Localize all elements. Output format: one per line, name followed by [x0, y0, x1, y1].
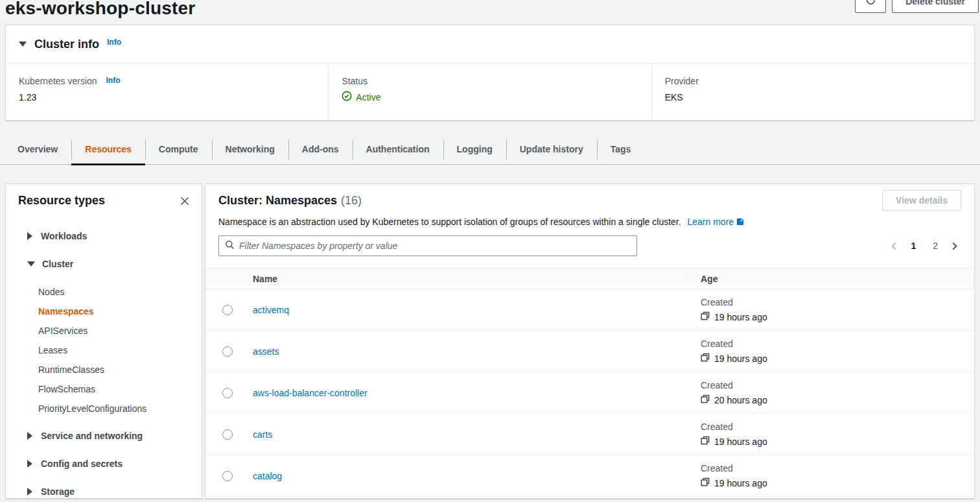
created-label: Created	[701, 463, 974, 473]
delete-cluster-button[interactable]: Delete cluster	[892, 0, 979, 13]
tab-overview[interactable]: Overview	[4, 135, 71, 164]
kubernetes-version-field: Kubernetes version Info 1.23	[6, 64, 328, 121]
status-label: Status	[342, 76, 638, 86]
table-header-row: Name Age	[205, 268, 974, 289]
next-page-icon[interactable]	[950, 241, 959, 251]
tab-networking[interactable]: Networking	[212, 135, 288, 164]
namespace-link[interactable]: activemq	[253, 305, 289, 315]
provider-value: EKS	[665, 92, 961, 102]
close-icon[interactable]	[178, 195, 191, 208]
row-select-radio[interactable]	[222, 346, 233, 357]
age-value: 20 hours ago	[714, 395, 767, 405]
row-select-radio[interactable]	[222, 305, 233, 315]
sidebar-group-storage[interactable]: Storage	[27, 486, 202, 497]
provider-field: Provider EKS	[651, 64, 974, 121]
check-circle-icon	[342, 91, 352, 103]
table-row: assets Created 19 hours ago	[205, 331, 974, 372]
collapse-caret-icon[interactable]	[19, 42, 27, 47]
page-number-2[interactable]: 2	[928, 241, 943, 251]
age-value: 19 hours ago	[714, 353, 767, 364]
sidebar-group-service-and-networking[interactable]: Service and networking	[27, 431, 202, 441]
created-label: Created	[701, 297, 974, 307]
status-field: Status Active	[328, 64, 651, 121]
sidebar-item-flowschemas[interactable]: FlowSchemas	[38, 384, 202, 394]
sidebar-item-runtimeclasses[interactable]: RuntimeClasses	[38, 365, 202, 375]
page-title: eks-workshop-cluster	[5, 0, 975, 19]
copy-icon[interactable]	[701, 436, 710, 447]
copy-icon[interactable]	[701, 394, 710, 405]
sidebar-item-nodes[interactable]: Nodes	[38, 287, 202, 297]
filter-row: 1 2	[218, 235, 961, 256]
filter-namespaces-input[interactable]	[239, 241, 631, 251]
tab-resources[interactable]: Resources	[71, 135, 145, 164]
cluster-info-header[interactable]: Cluster info Info	[6, 25, 974, 64]
copy-icon[interactable]	[701, 311, 710, 322]
table-row: activemq Created 19 hours ago	[205, 289, 974, 331]
cluster-info-title: Cluster info	[34, 38, 99, 51]
previous-page-icon[interactable]	[889, 241, 899, 251]
namespaces-panel: Cluster: Namespaces (16) View details Na…	[205, 184, 975, 499]
created-label: Created	[701, 339, 974, 349]
page-number-1[interactable]: 1	[905, 241, 921, 251]
sidebar-group-workloads[interactable]: Workloads	[27, 231, 202, 241]
chevron-down-icon	[27, 261, 35, 267]
resource-types-tree: Workloads Cluster Nodes Namespaces APISe…	[6, 208, 202, 497]
sidebar-group-config-and-secrets[interactable]: Config and secrets	[27, 459, 202, 469]
filter-box	[218, 235, 637, 256]
created-label: Created	[701, 422, 974, 432]
age-value: 19 hours ago	[714, 312, 767, 322]
namespace-link[interactable]: assets	[253, 346, 279, 357]
sidebar-item-namespaces[interactable]: Namespaces	[38, 306, 202, 317]
tab-add-ons[interactable]: Add-ons	[288, 135, 353, 164]
sidebar-item-apiservices[interactable]: APIServices	[38, 326, 202, 336]
name-column-header: Name	[242, 274, 686, 284]
kubernetes-version-value: 1.23	[19, 92, 315, 102]
copy-icon[interactable]	[701, 477, 710, 488]
tab-authentication[interactable]: Authentication	[353, 135, 443, 164]
kubernetes-version-info-link[interactable]: Info	[106, 76, 121, 85]
resource-types-title: Resource types	[18, 194, 105, 208]
created-label: Created	[701, 380, 974, 390]
namespaces-header: Cluster: Namespaces (16) View details	[218, 194, 961, 211]
sidebar-group-cluster[interactable]: Cluster	[27, 259, 202, 269]
table-row: carts Created 19 hours ago	[205, 414, 974, 455]
refresh-button[interactable]	[855, 0, 886, 13]
learn-more-link[interactable]: Learn more	[688, 217, 734, 227]
content-area: Resource types Workloads Cluster Nodes N…	[5, 184, 975, 499]
chevron-right-icon	[27, 488, 32, 496]
namespace-count: (16)	[341, 194, 362, 208]
row-select-radio[interactable]	[222, 471, 233, 481]
search-icon	[225, 240, 235, 252]
namespace-link[interactable]: aws-load-balancer-controller	[253, 388, 368, 398]
age-column-header: Age	[686, 274, 974, 284]
row-select-radio[interactable]	[222, 388, 233, 398]
chevron-right-icon	[27, 232, 32, 240]
namespace-link[interactable]: catalog	[253, 471, 282, 481]
sidebar-item-prioritylevelconfigurations[interactable]: PriorityLevelConfigurations	[38, 403, 202, 414]
copy-icon[interactable]	[701, 353, 710, 364]
refresh-icon	[865, 0, 876, 8]
view-details-button[interactable]: View details	[882, 190, 961, 211]
pagination: 1 2	[889, 241, 961, 251]
chevron-right-icon	[27, 460, 32, 468]
cluster-info-card: Cluster info Info Kubernetes version Inf…	[5, 25, 975, 121]
kubernetes-version-label: Kubernetes version Info	[19, 76, 315, 86]
tab-tags[interactable]: Tags	[597, 135, 645, 164]
tab-compute[interactable]: Compute	[145, 135, 212, 164]
tab-update-history[interactable]: Update history	[506, 135, 597, 164]
tab-logging[interactable]: Logging	[443, 135, 506, 164]
panel-title: Cluster: Namespaces	[218, 194, 337, 208]
age-value: 19 hours ago	[714, 478, 767, 488]
header-actions: Delete cluster	[855, 0, 979, 13]
resource-types-header: Resource types	[6, 184, 202, 208]
cluster-info-info-link[interactable]: Info	[107, 38, 121, 47]
namespace-link[interactable]: carts	[253, 429, 272, 440]
status-text: Active	[356, 92, 380, 102]
cluster-sub-items: Nodes Namespaces APIServices Leases Runt…	[27, 287, 202, 414]
cluster-info-body: Kubernetes version Info 1.23 Status Acti…	[6, 64, 974, 121]
namespaces-table: Name Age activemq Created 19 hours ago a…	[205, 268, 974, 497]
tab-bar: Overview Resources Compute Networking Ad…	[0, 135, 980, 165]
sidebar-item-leases[interactable]: Leases	[38, 345, 202, 355]
status-badge: Active	[342, 91, 638, 103]
row-select-radio[interactable]	[222, 429, 233, 440]
